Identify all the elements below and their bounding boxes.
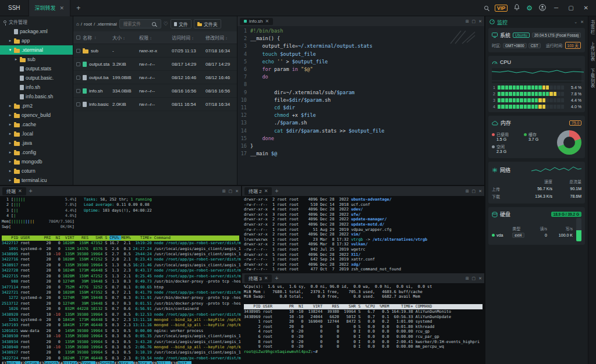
close-tab-icon[interactable]: ✕: [265, 19, 269, 24]
cpu-core-row: 34.4 %: [492, 98, 581, 102]
close-window-button[interactable]: ✕: [582, 5, 590, 11]
code-area[interactable]: #!/bin/bash__main() { output_file=~/.xte…: [250, 27, 484, 185]
tree-item-.pm2[interactable]: ▸.pm2: [0, 101, 73, 110]
new-terminal-button[interactable]: +: [275, 188, 278, 194]
memory-card: 内存 75.0 已使用1.5 G 缓存3.7 G 空闲2.3 G: [488, 116, 585, 158]
tree-item-info.sh[interactable]: info.sh: [0, 83, 73, 92]
side-tab-上传列表[interactable]: 上传列表: [589, 42, 595, 62]
bell-icon[interactable]: [514, 4, 520, 12]
tree-item-opencv_build[interactable]: ▸opencv_build: [0, 110, 73, 120]
maximize-panel-icon[interactable]: ▢: [229, 189, 233, 194]
split-icon[interactable]: ⊞: [466, 19, 469, 24]
sort-icon[interactable]: ↕: [191, 36, 194, 40]
tree-item-.local[interactable]: ▸.local: [0, 129, 73, 138]
maximize-panel-icon[interactable]: ▢: [472, 19, 476, 24]
close-tab-icon[interactable]: ✕: [60, 5, 65, 11]
close-tab-icon[interactable]: ✕: [18, 188, 22, 194]
uptime-badge: 103 天: [565, 42, 581, 49]
new-terminal-button[interactable]: +: [275, 275, 278, 281]
tree-item-sub[interactable]: ▸sub: [0, 55, 73, 64]
gear-icon[interactable]: ⚙: [526, 5, 533, 12]
search-icon[interactable]: [152, 22, 156, 26]
tree-item-output.stats[interactable]: output.stats: [0, 64, 73, 73]
tree-item-package.xml[interactable]: package.xml: [0, 27, 73, 36]
close-panel-icon[interactable]: ✕: [478, 19, 482, 24]
chevron-icon: ▸: [8, 122, 12, 127]
user-avatar-icon[interactable]: [539, 4, 546, 12]
tree-item-.xterminal[interactable]: ▾.xterminal: [0, 45, 73, 55]
new-file-button[interactable]: 文件: [171, 19, 191, 28]
side-tab-书签栏[interactable]: 书签栏: [589, 20, 595, 35]
row-checkbox: [76, 49, 80, 53]
sort-icon[interactable]: ↕: [150, 36, 152, 40]
close-panel-icon[interactable]: ✕: [235, 189, 239, 194]
fm-row-output.ba[interactable]: output.ba199.0BiBrw-r--r--08/12 16:4608/…: [73, 71, 237, 84]
editor-tab-info-sh[interactable]: info.sh ✕: [240, 18, 273, 25]
tree-item-mongodb[interactable]: ▸mongodb: [0, 157, 73, 166]
tree-item-.java[interactable]: ▸.java: [0, 138, 73, 148]
maximize-panel-icon[interactable]: ▢: [472, 189, 476, 194]
collapse-icon[interactable]: ⌄: [574, 20, 577, 24]
split-icon[interactable]: ⊞: [222, 189, 226, 194]
network-table: 速度总流量 上传56.7 K/s90.1M 下载134.3 K/s78.6M: [492, 177, 581, 200]
maximize-button[interactable]: ▢: [566, 5, 575, 11]
tree-item-coturn[interactable]: ▸coturn: [0, 166, 73, 176]
side-tab-下载列表[interactable]: 下载列表: [589, 69, 595, 88]
fm-row-info.basic[interactable]: info.basic2.0KiBrw-r--r--08/11 16:5407/1…: [73, 98, 237, 111]
chevron-icon: ▸: [8, 178, 12, 183]
fm-table-header[interactable]: 名称↕ 大小 ↕ 权限 ↕ 访问时间 ↕ 修改时间 ↕: [73, 31, 237, 44]
terminal-3-tab[interactable]: 终端 3 ✕: [244, 274, 272, 283]
home-icon[interactable]: ⌂: [76, 22, 79, 27]
tree-item-output.basic.[interactable]: output.basic.: [0, 73, 73, 83]
network-row-upload: 上传56.7 K/s90.1M: [492, 185, 581, 192]
code-editor[interactable]: 1234567891011121314151617 #!/bin/bash__m…: [237, 26, 484, 185]
fm-row-sub[interactable]: sub-rwxr-xr-x07/25 11:1307/18 16:34: [73, 44, 237, 58]
new-folder-button[interactable]: 文件夹: [194, 19, 221, 28]
new-session-button[interactable]: +: [70, 4, 86, 12]
close-tab-icon[interactable]: ✕: [264, 188, 268, 194]
disk-icon: [492, 212, 498, 217]
vip-badge[interactable]: VIP: [495, 5, 508, 12]
split-icon[interactable]: ⊞: [466, 276, 469, 281]
select-all-checkbox[interactable]: [76, 35, 80, 40]
minimize-button[interactable]: ─: [552, 5, 560, 11]
search-input[interactable]: [122, 21, 150, 27]
file-tree-list[interactable]: package.xml▸app▾.xterminal▸suboutput.sta…: [0, 27, 73, 185]
file-search-box[interactable]: [119, 19, 161, 28]
tree-item-.cache[interactable]: ▸.cache: [0, 120, 73, 129]
breadcrumb[interactable]: ⌂ / root / .xterminal: [76, 22, 117, 27]
tree-item-app[interactable]: ▸app: [0, 36, 73, 45]
terminal-1-output[interactable]: 1 [||||| 5.4%] Tasks: 58, 252 thr; 1 run…: [0, 196, 241, 364]
split-icon[interactable]: ⊞: [466, 189, 469, 194]
favorite-icon[interactable]: ♡: [164, 21, 168, 27]
terminal-2-output[interactable]: drwxr-xr-x 2 root root 4096 Dec 28 2022 …: [242, 196, 484, 272]
close-tab-icon[interactable]: ✕: [264, 276, 268, 281]
sort-icon[interactable]: ↕: [123, 36, 125, 40]
terminal-1-tab[interactable]: 终端 ✕: [2, 187, 26, 195]
chevron-icon: ▸: [8, 38, 12, 43]
tree-item-info.basic.sh[interactable]: info.basic.sh: [0, 92, 73, 101]
timezone-badge: GMT+0800: [503, 43, 527, 48]
fm-row-output.sta[interactable]: output.sta3.2KiBrw-r--r--08/17 14:2908/1…: [73, 58, 237, 71]
terminal-2-tab[interactable]: 终端 2 ✕: [244, 187, 272, 195]
close-panel-icon[interactable]: ✕: [478, 189, 482, 194]
maximize-panel-icon[interactable]: ▢: [472, 276, 476, 281]
folder-icon: [14, 151, 20, 155]
terminal-1-panel: 终端 ✕ + ⊞ ▢ ✕ 1 [||||| 5.4%] Tasks: 58, 2…: [0, 186, 242, 364]
close-panel-icon[interactable]: ✕: [580, 20, 584, 24]
search-icon[interactable]: [484, 6, 488, 10]
gauge-icon: [492, 60, 498, 65]
session-tab[interactable]: 深圳转发 ✕: [29, 0, 71, 16]
breadcrumb-root[interactable]: root: [84, 22, 92, 27]
tree-item-terminal.icu[interactable]: ▸terminal.icu: [0, 176, 73, 185]
pin-icon[interactable]: [3, 20, 6, 23]
new-terminal-button[interactable]: +: [29, 188, 33, 194]
fm-row-info.sh[interactable]: info.sh334.0BiBrw-r--r--08/16 16:5608/16…: [73, 84, 237, 98]
breadcrumb-dir[interactable]: .xterminal: [97, 22, 117, 27]
cpu-card: CPU 15.4 %27.8 %34.4 %44.0 %: [488, 56, 585, 112]
close-panel-icon[interactable]: ✕: [478, 276, 482, 281]
sort-icon[interactable]: ↕: [94, 35, 97, 40]
sort-icon[interactable]: ↕: [225, 36, 228, 40]
terminal-3-output[interactable]: %Cpu(s): 1.6 us, 1.6 sy, 0.0 ni, 96.0 id…: [242, 283, 484, 364]
tree-item-.config[interactable]: ▸.config: [0, 148, 73, 157]
